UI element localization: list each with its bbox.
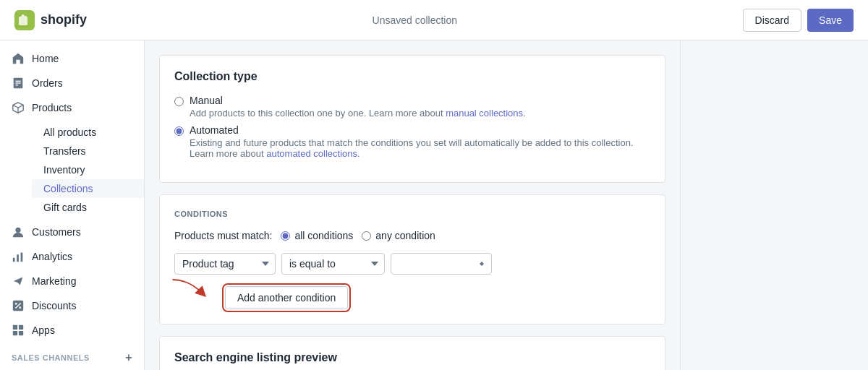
manual-description: Add products to this collection one by o… <box>190 108 526 119</box>
sidebar-item-transfers[interactable]: Transfers <box>32 142 144 160</box>
manual-collections-link[interactable]: manual collections. <box>446 108 526 119</box>
sidebar-item-home[interactable]: Home <box>0 46 144 71</box>
add-sales-channel-icon[interactable]: + <box>125 351 132 364</box>
shopify-logo: shopify <box>14 10 87 30</box>
any-condition-label[interactable]: any condition <box>362 230 435 241</box>
collection-type-title: Collection type <box>174 70 650 83</box>
orders-icon <box>12 77 25 90</box>
automated-label[interactable]: Automated <box>190 124 239 136</box>
seo-title: Search engine listing preview <box>174 351 650 364</box>
svg-point-14 <box>15 303 17 305</box>
manual-option: Manual Add products to this collection o… <box>174 95 650 119</box>
svg-line-6 <box>13 105 18 108</box>
add-condition-button[interactable]: Add another condition <box>225 286 348 309</box>
automated-option: Automated Existing and future products t… <box>174 124 650 159</box>
manual-radio[interactable] <box>174 97 184 106</box>
condition-operator-select[interactable]: is equal to is not equal to contains doe… <box>281 253 385 275</box>
any-condition-radio[interactable] <box>362 231 371 241</box>
svg-line-7 <box>18 105 23 108</box>
all-conditions-radio[interactable] <box>281 231 290 241</box>
top-header: shopify Unsaved collection Discard Save <box>0 0 868 40</box>
automated-radio[interactable] <box>174 126 184 136</box>
header-actions: Discard Save <box>743 9 854 32</box>
sidebar-item-online-store[interactable]: Online Store ⚙ <box>0 367 144 370</box>
automated-description: Existing and future products that match … <box>190 137 650 159</box>
automated-collections-link[interactable]: automated collections. <box>266 148 359 159</box>
red-arrow-annotation <box>167 276 210 305</box>
all-conditions-label[interactable]: all conditions <box>281 230 353 241</box>
sidebar-label-customers: Customers <box>32 226 81 238</box>
sales-channels-section: SALES CHANNELS + <box>0 343 144 367</box>
page-title: Unsaved collection <box>373 14 458 26</box>
collection-type-radio-group: Manual Add products to this collection o… <box>174 95 650 159</box>
svg-rect-18 <box>13 331 17 335</box>
sidebar-label-discounts: Discounts <box>32 300 76 311</box>
right-panel <box>680 40 868 370</box>
manual-label[interactable]: Manual <box>190 95 223 106</box>
logo-text: shopify <box>41 12 87 27</box>
svg-rect-19 <box>19 331 23 335</box>
products-submenu: All products Transfers Inventory Collect… <box>0 120 144 220</box>
conditions-title: CONDITIONS <box>174 210 650 218</box>
analytics-icon <box>12 250 25 263</box>
sidebar-item-marketing[interactable]: Marketing <box>0 269 144 293</box>
customers-icon <box>12 225 25 238</box>
condition-row-0: Product tag Product title Product type P… <box>174 253 650 275</box>
match-label: Products must match: <box>174 230 272 241</box>
sidebar-item-analytics[interactable]: Analytics <box>0 244 144 269</box>
sidebar-item-inventory[interactable]: Inventory <box>32 160 144 179</box>
main-content: Collection type Manual Add products to t… <box>145 40 680 370</box>
sidebar: Home Orders Products All products Transf… <box>0 40 145 370</box>
discounts-icon <box>12 299 25 312</box>
home-icon <box>12 52 25 65</box>
sidebar-label-products: Products <box>32 102 72 113</box>
svg-point-15 <box>19 306 21 309</box>
conditions-match-row: Products must match: all conditions any … <box>174 230 650 241</box>
conditions-card: CONDITIONS Products must match: all cond… <box>159 194 665 324</box>
sidebar-label-home: Home <box>32 53 59 64</box>
sidebar-label-apps: Apps <box>32 324 55 336</box>
sidebar-label-orders: Orders <box>32 77 63 89</box>
seo-card: Search engine listing preview Summer col… <box>159 336 665 370</box>
sales-channels-title: SALES CHANNELS <box>12 353 90 362</box>
shopify-logo-icon <box>14 10 35 30</box>
apps-icon <box>12 324 25 337</box>
sidebar-label-marketing: Marketing <box>32 275 76 287</box>
svg-rect-17 <box>19 325 23 330</box>
add-condition-wrapper: Add another condition <box>174 283 650 309</box>
svg-rect-11 <box>21 253 23 262</box>
sidebar-item-products[interactable]: Products <box>0 95 144 120</box>
products-icon <box>12 101 25 114</box>
svg-rect-10 <box>17 254 19 262</box>
sidebar-item-apps[interactable]: Apps <box>0 318 144 343</box>
sidebar-item-all-products[interactable]: All products <box>32 123 144 142</box>
condition-field-select[interactable]: Product tag Product title Product type P… <box>174 253 276 275</box>
sidebar-item-discounts[interactable]: Discounts <box>0 293 144 318</box>
svg-point-8 <box>15 228 20 233</box>
sidebar-item-gift-cards[interactable]: Gift cards <box>32 198 144 217</box>
svg-rect-9 <box>13 258 15 262</box>
collection-type-card: Collection type Manual Add products to t… <box>159 55 665 183</box>
save-button[interactable]: Save <box>807 9 854 32</box>
marketing-icon <box>12 275 25 288</box>
condition-value-select[interactable] <box>391 253 492 275</box>
sidebar-label-analytics: Analytics <box>32 251 72 262</box>
discard-button[interactable]: Discard <box>743 9 801 32</box>
sidebar-item-customers[interactable]: Customers <box>0 220 144 244</box>
sidebar-item-collections[interactable]: Collections <box>32 179 144 198</box>
sidebar-item-orders[interactable]: Orders <box>0 71 144 95</box>
svg-rect-16 <box>13 325 17 330</box>
layout: Home Orders Products All products Transf… <box>0 40 868 370</box>
